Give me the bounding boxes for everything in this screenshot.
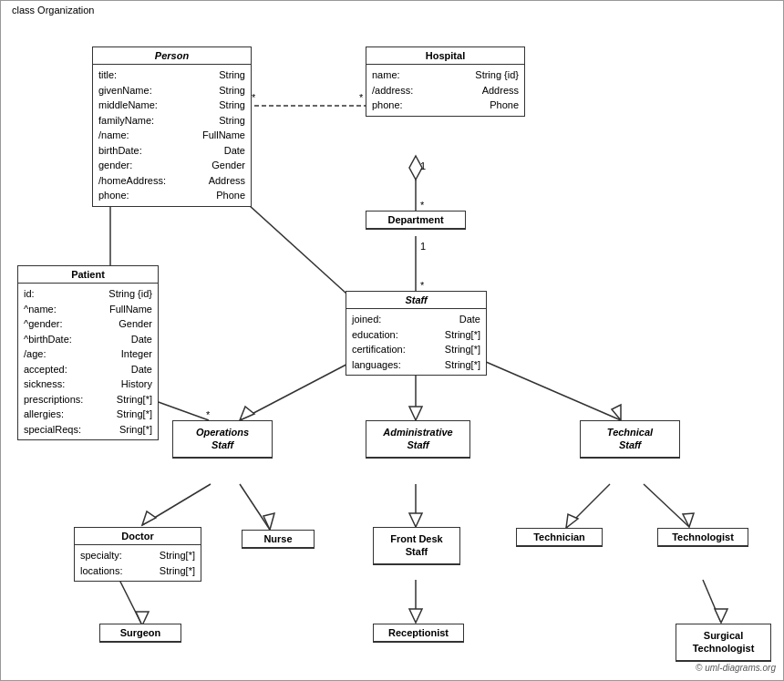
patient-body: id:String {id} ^name:FullName ^gender:Ge… [18,284,158,439]
surgeon-class: Surgeon [99,624,181,643]
administrative-staff-class: AdministrativeStaff [366,420,470,459]
operations-staff-class: OperationsStaff [172,420,273,459]
svg-marker-22 [612,405,621,420]
hospital-body: name:String {id} /address:Address phone:… [366,65,524,116]
staff-body: joined:Date education:String[*] certific… [346,309,486,375]
technologist-class: Technologist [657,528,748,547]
person-class: Person title:String givenName:String mid… [92,46,252,207]
svg-marker-28 [409,513,422,527]
receptionist-class: Receptionist [373,624,464,643]
technician-class: Technician [516,528,603,547]
svg-text:*: * [206,409,211,420]
svg-marker-18 [240,407,254,420]
patient-header: Patient [18,266,158,284]
svg-text:*: * [252,92,256,103]
copyright-text: © uml-diagrams.org [696,663,776,673]
svg-line-33 [119,580,142,625]
svg-text:1: 1 [420,241,426,252]
svg-marker-4 [409,156,422,180]
hospital-header: Hospital [366,47,524,65]
svg-marker-30 [566,514,578,528]
person-body: title:String givenName:String middleName… [93,65,251,206]
person-header: Person [93,47,251,65]
diagram-container: class Organization * * 1 * 1 * * * [0,0,784,681]
svg-marker-32 [683,513,694,527]
doctor-header: Doctor [75,528,201,545]
technician-header: Technician [517,529,602,546]
staff-header: Staff [346,292,486,309]
diagram-title: class Organization [8,5,98,15]
technical-staff-class: TechnicalStaff [580,420,680,459]
operations-staff-header: OperationsStaff [173,421,272,458]
department-class: Department [366,211,466,230]
svg-text:1: 1 [420,160,426,171]
technical-staff-header: TechnicalStaff [581,421,679,458]
svg-text:*: * [420,280,425,291]
doctor-class: Doctor specialty:String[*] locations:Str… [74,527,201,582]
svg-marker-38 [715,609,727,623]
surgeon-header: Surgeon [100,624,181,642]
surgical-technologist-class: SurgicalTechnologist [676,624,771,662]
svg-marker-26 [263,513,274,530]
surgical-technologist-header: SurgicalTechnologist [676,624,770,661]
hospital-class: Hospital name:String {id} /address:Addre… [366,46,525,117]
nurse-header: Nurse [242,531,314,548]
svg-text:*: * [359,92,364,103]
svg-text:*: * [420,200,425,211]
front-desk-staff-class: Front DeskStaff [373,527,460,565]
svg-line-25 [240,484,270,530]
patient-class: Patient id:String {id} ^name:FullName ^g… [17,265,159,440]
technologist-header: Technologist [658,529,748,546]
administrative-staff-header: AdministrativeStaff [366,421,469,458]
nurse-class: Nurse [242,530,315,549]
svg-marker-36 [409,609,422,623]
department-header: Department [366,212,465,229]
svg-marker-24 [142,511,156,525]
svg-line-23 [142,484,211,525]
svg-marker-20 [409,407,422,420]
svg-line-37 [703,580,721,623]
svg-line-31 [644,484,689,527]
receptionist-header: Receptionist [374,624,463,642]
doctor-body: specialty:String[*] locations:String[*] [75,545,201,581]
front-desk-staff-header: Front DeskStaff [374,528,459,564]
staff-class: Staff joined:Date education:String[*] ce… [346,291,487,376]
svg-line-29 [566,484,610,528]
